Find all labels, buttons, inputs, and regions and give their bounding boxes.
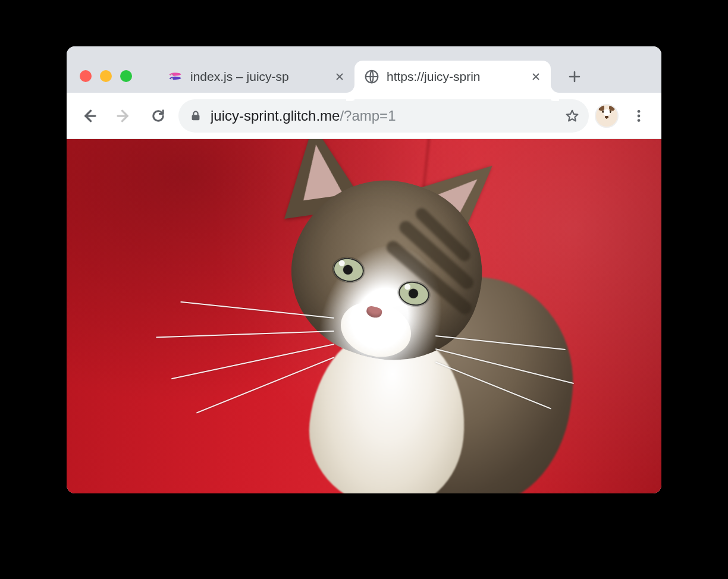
reload-button[interactable]	[144, 102, 172, 130]
svg-point-3	[172, 78, 173, 79]
window-traffic-lights	[80, 70, 132, 82]
tab-glitch-editor[interactable]: index.js – juicy-sp	[158, 61, 354, 93]
browser-window: index.js – juicy-sp https://juicy-sprin	[67, 46, 661, 493]
window-minimize-button[interactable]	[100, 70, 112, 82]
tab-title: https://juicy-sprin	[387, 70, 522, 84]
bookmark-star-icon[interactable]	[564, 108, 580, 124]
back-button[interactable]	[75, 102, 103, 130]
toolbar: juicy-sprint.glitch.me/?amp=1	[67, 93, 661, 139]
url-path: /?amp=1	[340, 108, 396, 124]
url-host: juicy-sprint.glitch.me	[211, 108, 340, 124]
tabs: index.js – juicy-sp https://juicy-sprin	[158, 46, 588, 93]
svg-rect-5	[192, 115, 200, 120]
close-icon[interactable]	[529, 70, 542, 83]
page-content	[67, 139, 661, 493]
lock-icon	[189, 109, 202, 122]
tab-title: index.js – juicy-sp	[190, 70, 326, 84]
menu-button[interactable]	[625, 102, 653, 130]
content-hero-image	[67, 139, 661, 493]
window-close-button[interactable]	[80, 70, 92, 82]
window-zoom-button[interactable]	[120, 70, 132, 82]
close-icon[interactable]	[333, 70, 346, 83]
svg-point-6	[638, 110, 641, 113]
svg-point-8	[638, 119, 641, 122]
address-bar[interactable]: juicy-sprint.glitch.me/?amp=1	[178, 99, 589, 133]
glitch-icon	[168, 69, 183, 84]
svg-point-1	[172, 74, 173, 75]
tab-juicy-sprint-site[interactable]: https://juicy-sprin	[354, 61, 551, 93]
forward-button[interactable]	[109, 102, 138, 130]
globe-icon	[364, 69, 379, 84]
new-tab-button[interactable]	[561, 64, 588, 90]
svg-point-7	[638, 114, 641, 117]
tab-strip: index.js – juicy-sp https://juicy-sprin	[67, 46, 661, 93]
url-text: juicy-sprint.glitch.me/?amp=1	[211, 108, 556, 124]
profile-avatar[interactable]	[595, 104, 619, 128]
